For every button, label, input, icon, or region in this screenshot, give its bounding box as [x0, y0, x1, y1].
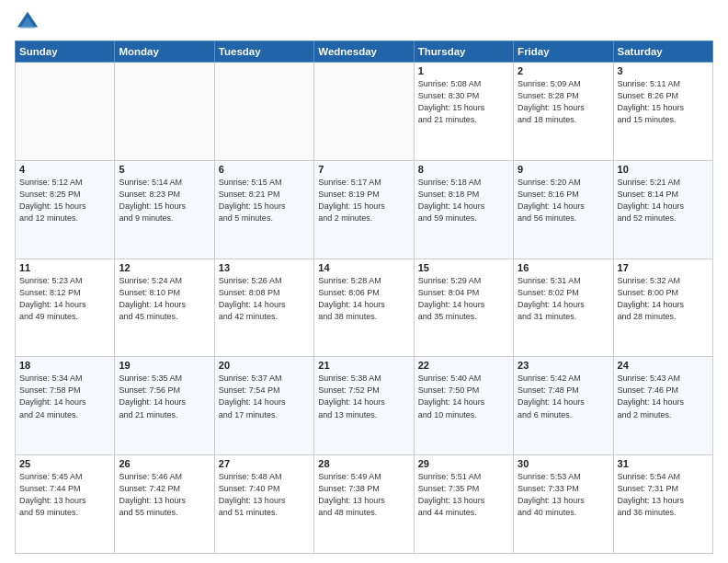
day-number: 21: [318, 360, 409, 371]
calendar-day-cell: 9Sunrise: 5:20 AM Sunset: 8:16 PM Daylig…: [514, 160, 613, 259]
calendar-day-cell: 8Sunrise: 5:18 AM Sunset: 8:18 PM Daylig…: [414, 160, 513, 259]
logo: [15, 9, 44, 35]
calendar-day-cell: 22Sunrise: 5:40 AM Sunset: 7:50 PM Dayli…: [414, 357, 513, 455]
logo-icon: [15, 9, 40, 35]
calendar-day-cell: [214, 63, 313, 161]
calendar-header-row: SundayMondayTuesdayWednesdayThursdayFrid…: [16, 41, 713, 63]
day-info: Sunrise: 5:32 AM Sunset: 8:00 PM Dayligh…: [618, 275, 709, 323]
calendar-day-cell: 19Sunrise: 5:35 AM Sunset: 7:56 PM Dayli…: [115, 357, 214, 455]
calendar-day-cell: 10Sunrise: 5:21 AM Sunset: 8:14 PM Dayli…: [613, 160, 712, 259]
day-info: Sunrise: 5:40 AM Sunset: 7:50 PM Dayligh…: [418, 373, 509, 420]
calendar-day-header: Wednesday: [314, 41, 414, 63]
day-info: Sunrise: 5:24 AM Sunset: 8:10 PM Dayligh…: [119, 275, 210, 323]
day-number: 28: [318, 458, 409, 469]
day-info: Sunrise: 5:46 AM Sunset: 7:42 PM Dayligh…: [119, 471, 210, 519]
day-info: Sunrise: 5:34 AM Sunset: 7:58 PM Dayligh…: [19, 373, 110, 420]
day-number: 1: [418, 65, 509, 76]
day-info: Sunrise: 5:26 AM Sunset: 8:08 PM Dayligh…: [219, 275, 310, 323]
day-number: 19: [119, 360, 210, 371]
day-info: Sunrise: 5:53 AM Sunset: 7:33 PM Dayligh…: [518, 471, 609, 519]
calendar-day-header: Saturday: [613, 41, 712, 63]
calendar-day-cell: 15Sunrise: 5:29 AM Sunset: 8:04 PM Dayli…: [414, 259, 513, 357]
calendar-day-cell: 17Sunrise: 5:32 AM Sunset: 8:00 PM Dayli…: [613, 259, 712, 357]
calendar-day-cell: 23Sunrise: 5:42 AM Sunset: 7:48 PM Dayli…: [514, 357, 613, 455]
day-info: Sunrise: 5:11 AM Sunset: 8:26 PM Dayligh…: [618, 78, 709, 126]
calendar-day-header: Tuesday: [214, 41, 313, 63]
calendar-day-cell: 7Sunrise: 5:17 AM Sunset: 8:19 PM Daylig…: [314, 160, 414, 259]
day-number: 25: [19, 458, 110, 469]
day-number: 29: [418, 458, 509, 469]
calendar-day-cell: 6Sunrise: 5:15 AM Sunset: 8:21 PM Daylig…: [214, 160, 313, 259]
calendar-day-cell: 26Sunrise: 5:46 AM Sunset: 7:42 PM Dayli…: [115, 455, 214, 554]
calendar-day-cell: 20Sunrise: 5:37 AM Sunset: 7:54 PM Dayli…: [214, 357, 313, 455]
day-number: 18: [19, 360, 110, 371]
day-number: 23: [518, 360, 609, 371]
calendar-day-cell: 25Sunrise: 5:45 AM Sunset: 7:44 PM Dayli…: [16, 455, 115, 554]
calendar-day-header: Sunday: [16, 41, 115, 63]
calendar-week-row: 11Sunrise: 5:23 AM Sunset: 8:12 PM Dayli…: [16, 259, 713, 357]
calendar-day-cell: 5Sunrise: 5:14 AM Sunset: 8:23 PM Daylig…: [115, 160, 214, 259]
calendar-day-header: Monday: [115, 41, 214, 63]
day-info: Sunrise: 5:48 AM Sunset: 7:40 PM Dayligh…: [219, 471, 310, 519]
day-info: Sunrise: 5:38 AM Sunset: 7:52 PM Dayligh…: [318, 373, 409, 420]
calendar-week-row: 18Sunrise: 5:34 AM Sunset: 7:58 PM Dayli…: [16, 357, 713, 455]
calendar-day-cell: 16Sunrise: 5:31 AM Sunset: 8:02 PM Dayli…: [514, 259, 613, 357]
calendar-table: SundayMondayTuesdayWednesdayThursdayFrid…: [15, 40, 713, 554]
calendar-week-row: 4Sunrise: 5:12 AM Sunset: 8:25 PM Daylig…: [16, 160, 713, 259]
day-info: Sunrise: 5:08 AM Sunset: 8:30 PM Dayligh…: [418, 78, 509, 126]
calendar-day-cell: 12Sunrise: 5:24 AM Sunset: 8:10 PM Dayli…: [115, 259, 214, 357]
calendar-day-cell: 21Sunrise: 5:38 AM Sunset: 7:52 PM Dayli…: [314, 357, 414, 455]
day-info: Sunrise: 5:42 AM Sunset: 7:48 PM Dayligh…: [518, 373, 609, 420]
day-info: Sunrise: 5:15 AM Sunset: 8:21 PM Dayligh…: [219, 177, 310, 224]
header: [15, 9, 713, 35]
day-number: 22: [418, 360, 509, 371]
day-info: Sunrise: 5:31 AM Sunset: 8:02 PM Dayligh…: [518, 275, 609, 323]
calendar-day-cell: 1Sunrise: 5:08 AM Sunset: 8:30 PM Daylig…: [414, 63, 513, 161]
calendar-day-cell: 29Sunrise: 5:51 AM Sunset: 7:35 PM Dayli…: [414, 455, 513, 554]
day-number: 13: [219, 262, 310, 273]
calendar-day-cell: 3Sunrise: 5:11 AM Sunset: 8:26 PM Daylig…: [613, 63, 712, 161]
day-info: Sunrise: 5:09 AM Sunset: 8:28 PM Dayligh…: [518, 78, 609, 126]
day-info: Sunrise: 5:29 AM Sunset: 8:04 PM Dayligh…: [418, 275, 509, 323]
day-info: Sunrise: 5:20 AM Sunset: 8:16 PM Dayligh…: [518, 177, 609, 224]
calendar-day-cell: 13Sunrise: 5:26 AM Sunset: 8:08 PM Dayli…: [214, 259, 313, 357]
calendar-day-cell: 30Sunrise: 5:53 AM Sunset: 7:33 PM Dayli…: [514, 455, 613, 554]
calendar-day-cell: 31Sunrise: 5:54 AM Sunset: 7:31 PM Dayli…: [613, 455, 712, 554]
day-number: 14: [318, 262, 409, 273]
day-info: Sunrise: 5:23 AM Sunset: 8:12 PM Dayligh…: [19, 275, 110, 323]
calendar-day-cell: [16, 63, 115, 161]
day-number: 27: [219, 458, 310, 469]
day-number: 12: [119, 262, 210, 273]
day-info: Sunrise: 5:17 AM Sunset: 8:19 PM Dayligh…: [318, 177, 409, 224]
day-number: 9: [518, 164, 609, 175]
day-number: 6: [219, 164, 310, 175]
day-number: 11: [19, 262, 110, 273]
calendar-day-cell: 2Sunrise: 5:09 AM Sunset: 8:28 PM Daylig…: [514, 63, 613, 161]
day-number: 2: [518, 65, 609, 76]
day-info: Sunrise: 5:54 AM Sunset: 7:31 PM Dayligh…: [618, 471, 709, 519]
calendar-day-cell: 4Sunrise: 5:12 AM Sunset: 8:25 PM Daylig…: [16, 160, 115, 259]
day-info: Sunrise: 5:37 AM Sunset: 7:54 PM Dayligh…: [219, 373, 310, 420]
day-number: 26: [119, 458, 210, 469]
calendar-day-cell: 14Sunrise: 5:28 AM Sunset: 8:06 PM Dayli…: [314, 259, 414, 357]
day-number: 5: [119, 164, 210, 175]
day-number: 15: [418, 262, 509, 273]
calendar-week-row: 1Sunrise: 5:08 AM Sunset: 8:30 PM Daylig…: [16, 63, 713, 161]
day-number: 17: [618, 262, 709, 273]
calendar-day-header: Friday: [514, 41, 613, 63]
day-info: Sunrise: 5:45 AM Sunset: 7:44 PM Dayligh…: [19, 471, 110, 519]
day-number: 30: [518, 458, 609, 469]
day-info: Sunrise: 5:14 AM Sunset: 8:23 PM Dayligh…: [119, 177, 210, 224]
calendar-day-cell: [115, 63, 214, 161]
calendar-day-cell: 11Sunrise: 5:23 AM Sunset: 8:12 PM Dayli…: [16, 259, 115, 357]
day-number: 16: [518, 262, 609, 273]
day-number: 4: [19, 164, 110, 175]
calendar-day-cell: 24Sunrise: 5:43 AM Sunset: 7:46 PM Dayli…: [613, 357, 712, 455]
day-number: 3: [618, 65, 709, 76]
day-number: 8: [418, 164, 509, 175]
calendar-day-header: Thursday: [414, 41, 513, 63]
page: SundayMondayTuesdayWednesdayThursdayFrid…: [0, 0, 728, 563]
day-number: 24: [618, 360, 709, 371]
calendar-day-cell: 18Sunrise: 5:34 AM Sunset: 7:58 PM Dayli…: [16, 357, 115, 455]
calendar-week-row: 25Sunrise: 5:45 AM Sunset: 7:44 PM Dayli…: [16, 455, 713, 554]
